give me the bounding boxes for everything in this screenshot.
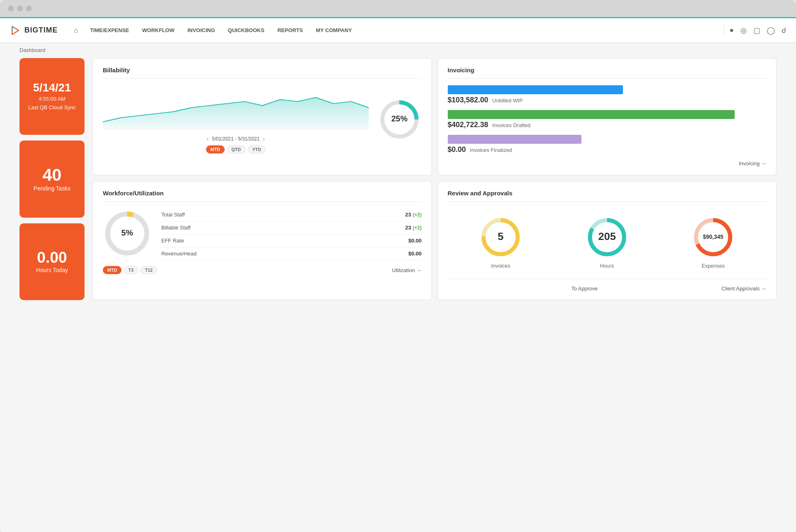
invoice-bar-2: [448, 135, 581, 144]
review-expenses-value: $90,345: [703, 234, 724, 240]
review-expenses-label: Expenses: [702, 263, 725, 269]
invoice-amount-1: $402,722.38: [448, 121, 488, 129]
workforce-tab-t3[interactable]: T3: [124, 266, 138, 274]
billability-tab-qtd[interactable]: QTD: [227, 145, 245, 154]
tasks-number: 40: [43, 167, 62, 184]
workforce-tab-mtd[interactable]: MTD: [103, 266, 121, 274]
mac-dot-minimize: [17, 6, 23, 11]
nav-link-reports[interactable]: REPORTS: [272, 24, 309, 37]
user-icon[interactable]: ●: [729, 26, 734, 35]
right-panels: Billability: [93, 58, 776, 300]
nav-divider: [724, 25, 724, 36]
workforce-period-tabs: MTD T3 T12: [103, 266, 157, 274]
utilization-link[interactable]: Utilization →: [392, 267, 422, 273]
workforce-panel: Workforce/Utilization 5%: [93, 181, 432, 300]
invoice-info-2: $0.00 Invoices Finalized: [448, 145, 767, 154]
tasks-label: Pending Tasks: [34, 185, 71, 192]
nav-link-workflow[interactable]: WORKFLOW: [137, 24, 180, 37]
chart-area: ‹ 5/01/2021 - 5/31/2021 › MTD QTD YTD: [103, 85, 369, 154]
workforce-donut: 5%: [103, 209, 152, 260]
billability-title: Billability: [103, 67, 422, 79]
billability-donut: 25%: [377, 97, 422, 142]
stat-row-0: Total Staff 23(+2): [161, 208, 422, 221]
to-approve-label: To Approve: [448, 285, 722, 292]
logo-icon: [10, 25, 21, 36]
review-circle-expenses: $90,345 Expenses: [691, 215, 735, 269]
billability-content: ‹ 5/01/2021 - 5/31/2021 › MTD QTD YTD: [103, 85, 422, 154]
nav-home[interactable]: ⌂: [69, 24, 83, 37]
navbar: BIGTIME ⌂ TIME/EXPENSE WORKFLOW INVOICIN…: [0, 17, 796, 42]
nav-link-time-expense[interactable]: TIME/EXPENSE: [85, 24, 135, 37]
date-range: ‹ 5/01/2021 - 5/31/2021 ›: [103, 136, 369, 142]
invoice-label-1: Invoices Drafted: [492, 122, 531, 128]
chart-controls: ‹ 5/01/2021 - 5/31/2021 › MTD QTD YTD: [103, 136, 369, 154]
invoicing-content: $103,582.00 Unbilled WIP $402,722.38: [448, 85, 767, 154]
stat-label-1: Billable Staff: [161, 225, 191, 231]
invoice-amount-2: $0.00: [448, 145, 466, 154]
review-circle-invoices-svg: 5: [478, 215, 523, 260]
workforce-tab-t12[interactable]: T12: [141, 266, 157, 274]
date-tile: 5/14/21 4:55:00 AM Last QB Cloud Sync: [20, 58, 85, 135]
billability-tab-mtd[interactable]: MTD: [206, 145, 225, 154]
billability-tab-ytd[interactable]: YTD: [248, 145, 266, 154]
nav-links: ⌂ TIME/EXPENSE WORKFLOW INVOICING QUICKB…: [69, 24, 719, 37]
mail-icon[interactable]: ▢: [753, 26, 760, 35]
date-value: 5/14/21: [33, 82, 71, 94]
review-title: Review and Approvals: [448, 190, 767, 202]
client-approvals-link[interactable]: Client Approvals →: [721, 285, 766, 292]
top-panels-row: Billability: [93, 58, 776, 175]
review-invoices-value: 5: [498, 230, 503, 242]
mac-dot-maximize: [26, 6, 32, 11]
invoice-info-1: $402,722.38 Invoices Drafted: [448, 121, 767, 129]
stat-label-0: Total Staff: [161, 212, 185, 218]
tasks-tile[interactable]: 40 Pending Tasks: [20, 141, 85, 217]
dashboard-grid: 5/14/21 4:55:00 AM Last QB Cloud Sync 40…: [20, 58, 776, 300]
workforce-stats: Total Staff 23(+2) Billable Staff 23(+2): [161, 208, 422, 260]
invoicing-link[interactable]: Invoicing →: [739, 160, 766, 167]
search-icon[interactable]: ☌: [781, 26, 786, 35]
hours-value: 0.00: [37, 250, 67, 265]
time-value: 4:55:00 AM: [39, 96, 65, 102]
review-circle-expenses-svg: $90,345: [691, 215, 735, 260]
nav-icons: ● ◎ ▢ ◯ ☌: [729, 26, 786, 35]
bottom-panels-row: Workforce/Utilization 5%: [93, 181, 776, 300]
invoice-amount-0: $103,582.00: [448, 96, 488, 104]
dashboard: 5/14/21 4:55:00 AM Last QB Cloud Sync 40…: [0, 58, 796, 316]
review-circle-hours: 205 Hours: [585, 215, 629, 269]
billability-pct: 25%: [391, 114, 407, 123]
stat-value-3: $0.00: [408, 251, 422, 257]
workforce-pct: 5%: [121, 228, 133, 237]
left-tiles: 5/14/21 4:55:00 AM Last QB Cloud Sync 40…: [20, 58, 85, 300]
review-footer-row: To Approve Client Approvals →: [448, 284, 767, 292]
invoice-row-1: $402,722.38 Invoices Drafted: [448, 110, 767, 129]
invoice-row-2: $0.00 Invoices Finalized: [448, 135, 767, 154]
billability-donut-svg: 25%: [377, 97, 422, 142]
review-circle-invoices: 5 Invoices: [478, 215, 523, 269]
logo: BIGTIME: [10, 25, 58, 36]
review-circles: 5 Invoices 205 H: [448, 208, 767, 275]
invoice-info-0: $103,582.00 Unbilled WIP: [448, 96, 767, 104]
invoicing-title: Invoicing: [448, 67, 767, 79]
review-hours-value: 205: [598, 230, 616, 242]
clock-icon[interactable]: ◎: [740, 26, 747, 35]
invoice-row-0: $103,582.00 Unbilled WIP: [448, 85, 767, 104]
nav-link-invoicing[interactable]: INVOICING: [182, 24, 221, 37]
area-chart-svg: [103, 85, 369, 130]
invoice-bar-1: [448, 110, 735, 119]
hours-tile[interactable]: 0.00 Hours Today: [20, 223, 85, 300]
invoice-label-2: Invoices Finalized: [470, 147, 512, 153]
billability-panel: Billability: [93, 58, 432, 175]
stat-label-2: EFF Rate: [161, 238, 184, 244]
next-date-nav[interactable]: ›: [263, 136, 265, 142]
nav-link-quickbooks[interactable]: QUICKBOOKS: [222, 24, 270, 37]
nav-link-my-company[interactable]: MY COMPANY: [310, 24, 357, 37]
stat-row-1: Billable Staff 23(+2): [161, 221, 422, 234]
stat-value-0: 23(+2): [405, 212, 421, 218]
stat-value-1: 23(+2): [405, 225, 421, 231]
billability-period-tabs: MTD QTD YTD: [103, 145, 369, 154]
stat-value-2: $0.00: [408, 238, 422, 244]
help-icon[interactable]: ◯: [767, 26, 775, 35]
stat-row-3: Revenue/Head $0.00: [161, 247, 422, 260]
review-circle-hours-svg: 205: [585, 215, 629, 260]
prev-date-nav[interactable]: ‹: [207, 136, 209, 142]
